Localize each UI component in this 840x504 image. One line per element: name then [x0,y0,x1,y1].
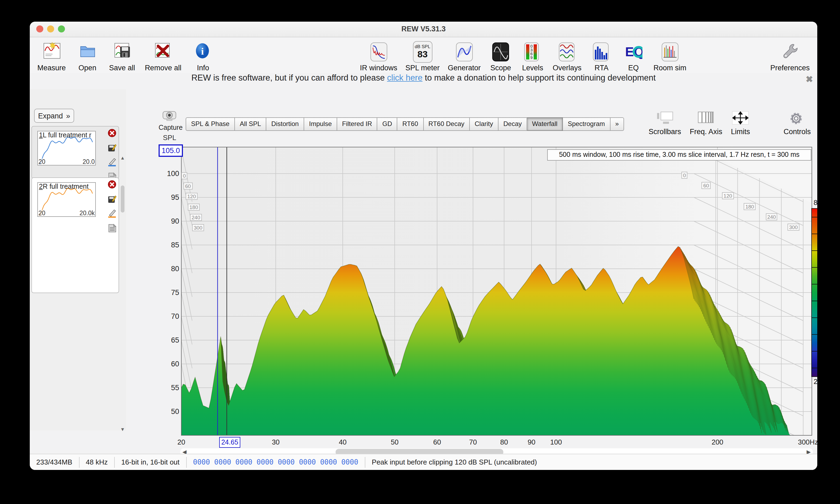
preferences-button[interactable]: Preferences [770,38,810,72]
donation-link[interactable]: click here [387,73,422,82]
sidebar-scrollbar[interactable]: ▲ ▼ [120,110,126,434]
tab-rt60[interactable]: RT60 [398,118,423,131]
toolbar-button-label: Scope [490,64,511,72]
measurement-item-1[interactable]: 1L full treatment r2020.0 [31,126,119,179]
thumb-axis-max: 20.0 [83,159,95,165]
spl-meter-icon: dB SPL83 [413,41,432,63]
preferences-button[interactable]: Preferences [770,38,810,72]
slice-time-label-right-180: 180 [743,203,756,210]
toolbar-button-label: IR windows [360,64,397,72]
generator-button[interactable]: Generator [448,38,481,72]
slice-time-label-right-240: 240 [766,213,777,220]
bit-depth-status: 16-bit in, 16-bit out [115,457,187,468]
scope-button[interactable]: Scope [489,38,512,72]
save-all-button[interactable]: Save all [109,38,135,72]
trace-color-pencil-icon[interactable] [108,209,116,220]
tab-all-spl[interactable]: All SPL [235,118,266,131]
slice-time-label-left-240: 240 [190,214,202,221]
levels-button[interactable]: 0369Levels [521,38,544,72]
graph-tabs: SPL & PhaseAll SPLDistortionImpulseFilte… [186,118,624,131]
waterfall-plot-area[interactable] [181,147,812,435]
overlays-icon [558,42,576,62]
tab-spectrogram[interactable]: Spectrogram [563,118,610,131]
measure-icon [42,42,61,62]
remove-all-icon [154,42,172,62]
tab-waterfall[interactable]: Waterfall [527,118,563,131]
save-measurement-icon[interactable] [108,143,116,154]
close-icon[interactable]: ✖ [806,74,813,84]
color-scale-tickline [811,367,817,368]
thumb-axis-max: 20.0k [80,210,95,216]
scrollbars-button[interactable]: Scrollbars [649,111,681,136]
toolbar-button-label: Open [78,64,97,72]
freq-axis-icon [697,110,715,127]
color-scale-tickline [811,233,817,234]
scroll-down-icon[interactable]: ▼ [120,427,125,432]
x-tick-30: 30 [272,438,280,446]
open-button[interactable]: Open [75,38,99,72]
x-tick-70: 70 [469,438,477,446]
tab-distortion[interactable]: Distortion [266,118,304,131]
toolbar-button-label: Save all [109,64,135,72]
overlays-button[interactable]: Overlays [553,38,581,72]
color-scale-tickline [811,317,817,318]
donation-banner: REW is free software, but if you can aff… [30,73,817,89]
tab-clarity[interactable]: Clarity [470,118,498,131]
color-scale-min: 21 [811,377,817,385]
freq-axis-button[interactable]: Freq. Axis [690,111,722,136]
save-measurement-icon[interactable] [108,195,116,205]
y-tick-60: 60 [157,360,179,368]
scroll-up-icon[interactable]: ▲ [120,155,125,161]
color-scale-tickline [811,301,817,301]
remove-all-button[interactable]: Remove all [145,38,181,72]
notes-icon[interactable] [108,224,116,235]
color-scale-tickline [811,250,817,251]
tab-rt60-decay[interactable]: RT60 Decay [423,118,470,131]
ir-windows-button[interactable]: IR windows [360,38,397,72]
tab-spl-phase[interactable]: SPL & Phase [186,118,235,131]
peak-input-status: Peak input before clipping 120 dB SPL (u… [365,457,543,468]
rta-button[interactable]: RTA [590,38,613,72]
y-tick-80: 80 [157,265,179,273]
info-button[interactable]: iInfo [191,38,215,72]
channel-bits-status: 0000 0000 0000 0000 0000 0000 0000 0000 [187,457,365,468]
x-tick-300hz: 300Hz [798,438,817,446]
info-icon: i [194,42,212,62]
delete-measurement-icon[interactable] [108,129,116,140]
y-tick-100: 100 [157,169,179,178]
trace-color-pencil-icon[interactable] [108,158,116,169]
y-tick-55: 55 [157,384,179,392]
capture-button[interactable]: Capture [159,111,180,131]
measurement-item-2[interactable]: 2R full treatment2020.0k [31,177,119,293]
toolbar-button-label: Overlays [553,64,581,72]
toolbar-button-label: Generator [448,64,481,72]
tab-decay[interactable]: Decay [498,118,527,131]
tab--[interactable]: » [610,118,624,131]
y-tick-95: 95 [157,193,179,201]
save-all-icon [113,42,131,62]
measure-button[interactable]: Measure [37,38,66,72]
capture-label: Capture [159,124,180,131]
toolbar-button-label: Room sim [653,64,686,72]
toolbar-right-group: IR windowsdB SPL83SPL meterGeneratorScop… [360,38,686,72]
slice-time-label-right-120: 120 [722,193,734,200]
chevron-right-icon: » [66,112,70,120]
toolbar-button-label: Info [197,64,209,72]
controls-button[interactable]: Controls [784,111,811,136]
y-axis-max-field[interactable]: 105.0 [159,144,183,157]
eq-button[interactable]: EQEQ [622,38,645,72]
tab-filtered-ir[interactable]: Filtered IR [337,118,378,131]
toolbar-button-label: EQ [628,64,638,72]
tab-gd[interactable]: GD [378,118,398,131]
tab-impulse[interactable]: Impulse [304,118,337,131]
spl-meter-button[interactable]: dB SPL83SPL meter [405,38,440,72]
delete-measurement-icon[interactable] [108,180,116,191]
color-scale-tickline [811,267,817,267]
open-folder-icon [78,42,97,62]
room-sim-button[interactable]: Room sim [653,38,686,72]
expand-panel-button[interactable]: Expand » [34,109,74,123]
measurement-thumbnail: 2R full treatment2020.0k [37,182,96,217]
limits-button[interactable]: Limits [731,111,750,136]
scrollbar-thumb[interactable] [121,185,124,213]
cursor-frequency-field[interactable]: 24.65 [219,437,240,448]
